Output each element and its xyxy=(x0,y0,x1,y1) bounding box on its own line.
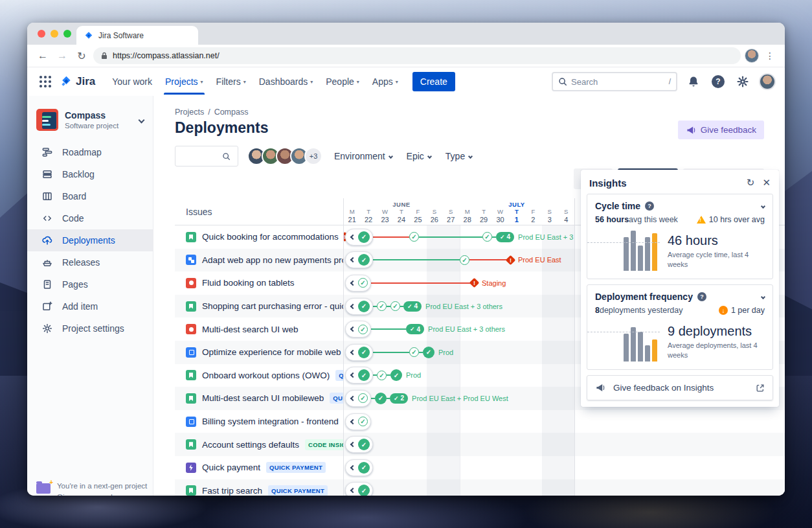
issue-label-badge[interactable]: QUICK PAYMENT xyxy=(330,393,343,404)
issue-title[interactable]: Shopping cart purchasing error - quick f… xyxy=(202,301,343,311)
issue-cell[interactable]: Account settings defaultsCODE INSIGHTS xyxy=(175,433,343,456)
issue-cell[interactable]: Adapt web app no new payments provider xyxy=(175,249,343,272)
refresh-icon[interactable]: ↻ xyxy=(747,177,755,189)
deployment-pill[interactable] xyxy=(345,367,373,384)
insights-feedback-button[interactable]: Give feedback on Insights xyxy=(587,375,773,400)
issue-cell[interactable]: Shopping cart purchasing error - quick f… xyxy=(175,295,343,318)
deployment-pill[interactable] xyxy=(345,390,371,407)
settings-gear-icon[interactable] xyxy=(734,73,751,90)
project-switcher[interactable]: Compass Software project xyxy=(27,105,153,141)
sidebar-item-backlog[interactable]: Backlog xyxy=(27,163,153,185)
issue-label-badge[interactable]: QUICK PAYMENT xyxy=(266,462,326,473)
breadcrumb-compass[interactable]: Compass xyxy=(214,108,249,117)
create-button[interactable]: Create xyxy=(412,72,455,91)
deployment-count-badge[interactable]: 4 xyxy=(406,324,424,334)
issue-title[interactable]: Account settings defaults xyxy=(202,440,299,450)
epic-filter-dropdown[interactable]: Epic xyxy=(404,147,434,165)
deployment-pill[interactable] xyxy=(345,436,373,453)
deployment-pill[interactable] xyxy=(345,413,371,430)
nav-item-your-work[interactable]: Your work xyxy=(107,69,157,95)
nav-item-apps[interactable]: Apps▾ xyxy=(367,69,403,95)
chevron-down-icon[interactable] xyxy=(761,294,765,299)
deployment-pill[interactable] xyxy=(345,344,373,361)
issue-title[interactable]: Adapt web app no new payments provider xyxy=(202,255,343,265)
sidebar-item-project-settings[interactable]: Project settings xyxy=(27,317,153,339)
zoom-window-button[interactable] xyxy=(63,30,71,38)
deployment-pill[interactable] xyxy=(345,251,373,268)
help-icon[interactable]: ? xyxy=(697,292,706,301)
help-icon[interactable]: ? xyxy=(710,73,727,90)
issue-cell[interactable]: Quick paymentQUICK PAYMENT xyxy=(175,456,343,479)
nav-item-people[interactable]: People▾ xyxy=(321,69,365,95)
issue-title[interactable]: Quick payment xyxy=(202,463,260,472)
issue-cell[interactable]: Optimize experience for mobile webCODE I… xyxy=(175,341,343,364)
deployment-count-badge[interactable]: 2 xyxy=(390,393,408,404)
deployment-pipeline: 2Prod EU East + Prod EU West xyxy=(344,387,574,410)
back-button[interactable]: ← xyxy=(35,48,51,63)
issue-search-input[interactable] xyxy=(181,152,222,161)
notifications-bell-icon[interactable] xyxy=(685,73,702,90)
close-icon[interactable]: ✕ xyxy=(762,177,771,189)
sidebar-item-roadmap[interactable]: Roadmap xyxy=(27,141,153,163)
sidebar-item-deployments[interactable]: Deployments xyxy=(27,229,153,251)
sidebar-item-code[interactable]: Code xyxy=(27,207,153,229)
issue-label-badge[interactable]: QUICK PAYMENT xyxy=(335,370,343,381)
sidebar-item-add-item[interactable]: Add item xyxy=(27,295,153,317)
type-filter-dropdown[interactable]: Type xyxy=(443,147,475,165)
issue-title[interactable]: Quick booking for accommodations xyxy=(202,232,339,242)
avatar-overflow-badge[interactable]: +3 xyxy=(304,147,322,165)
issue-cell[interactable]: Billing system integration - frontendQUI… xyxy=(175,410,343,433)
deployment-pill[interactable] xyxy=(345,321,371,338)
nav-item-dashboards[interactable]: Dashboards▾ xyxy=(254,69,319,95)
deployment-pill[interactable] xyxy=(345,482,373,496)
issue-cell[interactable]: Fast trip searchQUICK PAYMENT xyxy=(175,479,343,496)
sidebar-learn-more-link[interactable]: Learn more xyxy=(111,493,148,496)
assignee-avatars[interactable]: +3 xyxy=(247,147,322,165)
help-icon[interactable]: ? xyxy=(645,201,654,211)
deployment-pill[interactable] xyxy=(345,459,373,476)
issue-title[interactable]: Onboard workout options (OWO) xyxy=(202,371,330,380)
browser-tab[interactable]: Jira Software xyxy=(76,26,198,45)
address-bar[interactable]: https://compass.atlassian.net/ xyxy=(93,47,741,64)
issue-cell[interactable]: Multi-dest search UI web xyxy=(175,317,343,341)
issue-cell[interactable]: Fluid booking on tablets xyxy=(175,271,343,295)
browser-profile-avatar[interactable] xyxy=(745,49,759,63)
deployment-count-badge[interactable]: 4 xyxy=(403,301,422,312)
app-switcher-icon[interactable] xyxy=(36,73,54,91)
issue-label-badge[interactable]: CODE INSIGHTS xyxy=(305,439,343,450)
nav-item-filters[interactable]: Filters▾ xyxy=(211,69,251,95)
user-avatar[interactable] xyxy=(759,73,776,90)
issue-title[interactable]: Multi-dest search UI mobileweb xyxy=(202,393,324,403)
deployment-pill[interactable] xyxy=(345,229,373,246)
browser-menu-icon[interactable]: ⋮ xyxy=(763,51,777,61)
reload-button[interactable]: ↻ xyxy=(74,48,89,63)
environment-filter-dropdown[interactable]: Environment xyxy=(332,147,395,165)
chevron-down-icon[interactable] xyxy=(761,203,765,208)
issue-title[interactable]: Multi-dest search UI web xyxy=(202,325,299,334)
minimize-window-button[interactable] xyxy=(51,30,58,38)
issue-cell[interactable]: Quick booking for accommodationsQUICK PA… xyxy=(175,225,343,249)
sidebar-item-board[interactable]: Board xyxy=(27,185,153,207)
close-window-button[interactable] xyxy=(38,30,45,38)
issue-title[interactable]: Fast trip search xyxy=(202,486,262,496)
deployment-pill[interactable] xyxy=(345,298,373,315)
give-feedback-button[interactable]: Give feedback xyxy=(678,121,764,139)
nav-item-projects[interactable]: Projects▾ xyxy=(160,69,209,95)
forward-button[interactable]: → xyxy=(54,48,70,63)
issue-title[interactable]: Billing system integration - frontend xyxy=(202,417,339,426)
global-search[interactable]: / xyxy=(552,72,677,91)
issue-title[interactable]: Optimize experience for mobile web xyxy=(202,347,341,357)
breadcrumb-projects[interactable]: Projects xyxy=(175,108,204,117)
issue-label-badge[interactable]: QUICK PAYMENT xyxy=(268,485,328,496)
issue-search-field[interactable] xyxy=(175,146,238,166)
deployment-pill[interactable] xyxy=(345,275,371,292)
deployment-count-badge[interactable]: 4 xyxy=(496,232,514,242)
issue-title[interactable]: Fluid booking on tablets xyxy=(202,278,295,288)
issue-cell[interactable]: Onboard workout options (OWO)QUICK PAYME… xyxy=(175,364,343,387)
sidebar-give-feedback-link[interactable]: Give feedback xyxy=(57,493,103,496)
sidebar-item-releases[interactable]: Releases xyxy=(27,251,153,273)
issue-cell[interactable]: Multi-dest search UI mobilewebQUICK PAYM… xyxy=(175,387,343,410)
search-input[interactable] xyxy=(571,77,665,87)
sidebar-item-pages[interactable]: Pages xyxy=(27,273,153,295)
jira-logo[interactable]: Jira xyxy=(60,75,95,88)
